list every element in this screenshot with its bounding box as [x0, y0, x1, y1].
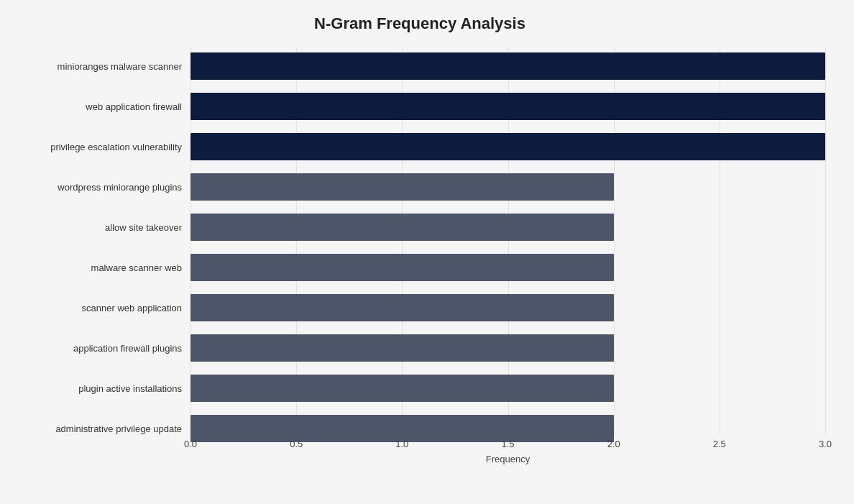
bar-fill: [190, 254, 614, 281]
grid-line: [825, 47, 826, 436]
bar-row: allow site takeover: [14, 209, 825, 246]
x-tick: 2.5: [713, 439, 726, 449]
bar-wrapper: [190, 214, 825, 241]
bar-label: scanner web application: [14, 303, 190, 313]
bar-fill: [190, 375, 614, 402]
bar-fill: [190, 133, 825, 160]
bar-label: malware scanner web: [14, 262, 190, 273]
chart-title: N-Gram Frequency Analysis: [14, 14, 825, 33]
bar-wrapper: [190, 173, 825, 201]
x-tick: 1.0: [395, 439, 408, 449]
bars-area: minioranges malware scannerweb applicati…: [14, 47, 825, 450]
bar-label: administrative privilege update: [14, 423, 190, 434]
x-tick: 0.5: [290, 439, 303, 449]
bar-label: privilege escalation vulnerability: [14, 142, 190, 152]
bar-row: wordpress miniorange plugins: [14, 168, 825, 206]
bar-label: wordpress miniorange plugins: [14, 182, 190, 193]
bar-wrapper: [190, 294, 825, 321]
x-axis-label: Frequency: [14, 454, 825, 464]
bar-label: application firewall plugins: [14, 343, 190, 354]
bar-fill: [190, 173, 614, 201]
x-tick: 2.0: [607, 439, 620, 449]
bar-label: web application firewall: [14, 101, 190, 112]
bar-row: plugin active installations: [14, 370, 825, 407]
x-tick: 3.0: [819, 439, 832, 449]
bar-wrapper: [190, 133, 825, 160]
bar-wrapper: [190, 52, 825, 80]
bar-row: scanner web application: [14, 289, 825, 326]
bar-row: malware scanner web: [14, 249, 825, 286]
bar-wrapper: [190, 334, 825, 362]
bar-row: web application firewall: [14, 88, 825, 125]
bar-label: minioranges malware scanner: [14, 61, 190, 72]
bar-row: minioranges malware scanner: [14, 47, 825, 85]
x-tick: 1.5: [501, 439, 514, 449]
bar-fill: [190, 214, 614, 241]
bar-fill: [190, 334, 614, 362]
bar-row: application firewall plugins: [14, 329, 825, 367]
bar-label: plugin active installations: [14, 383, 190, 394]
bar-wrapper: [190, 93, 825, 120]
bar-row: privilege escalation vulnerability: [14, 128, 825, 165]
bar-wrapper: [190, 254, 825, 281]
bar-fill: [190, 93, 825, 120]
x-axis: 0.00.51.01.52.02.53.0: [190, 439, 825, 453]
bar-wrapper: [190, 375, 825, 402]
bar-fill: [190, 52, 825, 80]
x-tick: 0.0: [184, 439, 197, 449]
chart-container: N-Gram Frequency Analysis minioranges ma…: [0, 0, 854, 504]
bar-label: allow site takeover: [14, 222, 190, 233]
bar-fill: [190, 294, 614, 321]
